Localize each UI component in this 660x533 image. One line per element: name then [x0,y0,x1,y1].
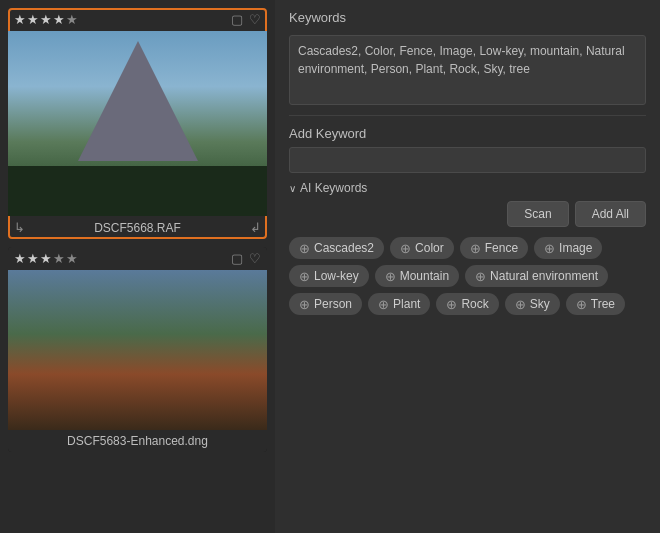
keyword-tag-label: Natural environment [490,269,598,283]
keyword-tag-label: Cascades2 [314,241,374,255]
photo-1-header-icons: ▢ ♡ [231,12,261,27]
tag-add-icon: ⊕ [475,270,486,283]
add-keyword-section: Add Keyword [289,126,646,173]
keyword-tag[interactable]: ⊕Plant [368,293,430,315]
keywords-box: Cascades2, Color, Fence, Image, Low-key,… [289,35,646,105]
scan-button[interactable]: Scan [507,201,568,227]
photo-1-filename: DSCF5668.RAF [25,221,250,235]
keyword-tag-label: Mountain [400,269,449,283]
tag-add-icon: ⊕ [576,298,587,311]
tag-add-icon: ⊕ [299,270,310,283]
keyword-tag-label: Plant [393,297,420,311]
ai-keywords-toggle[interactable]: ∨ AI Keywords [289,181,646,195]
photo-2-filename: DSCF5683-Enhanced.dng [14,434,261,448]
tag-add-icon: ⊕ [400,242,411,255]
heart-icon-2[interactable]: ♡ [249,251,261,266]
star-1[interactable]: ★ [14,12,26,27]
add-keyword-input[interactable] [289,147,646,173]
keyword-tag[interactable]: ⊕Image [534,237,602,259]
arrow-right-icon: ↲ [250,220,261,235]
keyword-tag[interactable]: ⊕Low-key [289,265,369,287]
photo-card-1-header: ★ ★ ★ ★ ★ ▢ ♡ [8,8,267,31]
tag-add-icon: ⊕ [385,270,396,283]
stack-icon-2[interactable]: ▢ [231,251,243,266]
keyword-tag-label: Person [314,297,352,311]
right-panel: Keywords Cascades2, Color, Fence, Image,… [275,0,660,533]
keyword-tag-label: Rock [461,297,488,311]
arrow-left-icon: ↳ [14,220,25,235]
star-3[interactable]: ★ [40,12,52,27]
tag-add-icon: ⊕ [299,242,310,255]
tag-add-icon: ⊕ [299,298,310,311]
ai-keywords-label: AI Keywords [300,181,367,195]
keywords-section-label: Keywords [289,10,646,25]
tag-add-icon: ⊕ [470,242,481,255]
stack-icon[interactable]: ▢ [231,12,243,27]
keyword-tag[interactable]: ⊕Rock [436,293,498,315]
left-panel: ★ ★ ★ ★ ★ ▢ ♡ ↳ DSCF5668.RAF ↲ ★ ★ [0,0,275,533]
photo-1-image [8,31,267,216]
keyword-tag[interactable]: ⊕Fence [460,237,528,259]
photo-1-stars[interactable]: ★ ★ ★ ★ ★ [14,12,78,27]
photo-2-image [8,270,267,430]
star-2[interactable]: ★ [27,12,39,27]
photo-2-footer: DSCF5683-Enhanced.dng [8,430,267,452]
keyword-tag-label: Image [559,241,592,255]
star-4[interactable]: ★ [53,12,65,27]
divider-1 [289,115,646,116]
keyword-tag[interactable]: ⊕Natural environment [465,265,608,287]
photo-1-footer: ↳ DSCF5668.RAF ↲ [8,216,267,239]
scan-row: Scan Add All [289,201,646,227]
keyword-tag-label: Fence [485,241,518,255]
star-3[interactable]: ★ [40,251,52,266]
star-2[interactable]: ★ [27,251,39,266]
photo-2-header-icons: ▢ ♡ [231,251,261,266]
star-5[interactable]: ★ [66,12,78,27]
star-4[interactable]: ★ [53,251,65,266]
heart-icon[interactable]: ♡ [249,12,261,27]
tag-add-icon: ⊕ [378,298,389,311]
add-keyword-label: Add Keyword [289,126,646,141]
photo-card-2-header: ★ ★ ★ ★ ★ ▢ ♡ [8,247,267,270]
keyword-tag[interactable]: ⊕Mountain [375,265,459,287]
keyword-tag[interactable]: ⊕Tree [566,293,625,315]
keyword-tag[interactable]: ⊕Color [390,237,454,259]
photo-2-stars[interactable]: ★ ★ ★ ★ ★ [14,251,78,266]
photo-card-1[interactable]: ★ ★ ★ ★ ★ ▢ ♡ ↳ DSCF5668.RAF ↲ [8,8,267,239]
star-1[interactable]: ★ [14,251,26,266]
keyword-tag[interactable]: ⊕Cascades2 [289,237,384,259]
keyword-tag-label: Tree [591,297,615,311]
photo-card-2[interactable]: ★ ★ ★ ★ ★ ▢ ♡ DSCF5683-Enhanced.dng [8,247,267,452]
tag-add-icon: ⊕ [515,298,526,311]
keyword-tags: ⊕Cascades2⊕Color⊕Fence⊕Image⊕Low-key⊕Mou… [289,237,646,315]
tag-add-icon: ⊕ [544,242,555,255]
tag-add-icon: ⊕ [446,298,457,311]
keyword-tag-label: Sky [530,297,550,311]
keyword-tag[interactable]: ⊕Person [289,293,362,315]
keyword-tag[interactable]: ⊕Sky [505,293,560,315]
chevron-down-icon: ∨ [289,183,296,194]
keyword-tag-label: Color [415,241,444,255]
add-all-button[interactable]: Add All [575,201,646,227]
keyword-tag-label: Low-key [314,269,359,283]
star-5[interactable]: ★ [66,251,78,266]
